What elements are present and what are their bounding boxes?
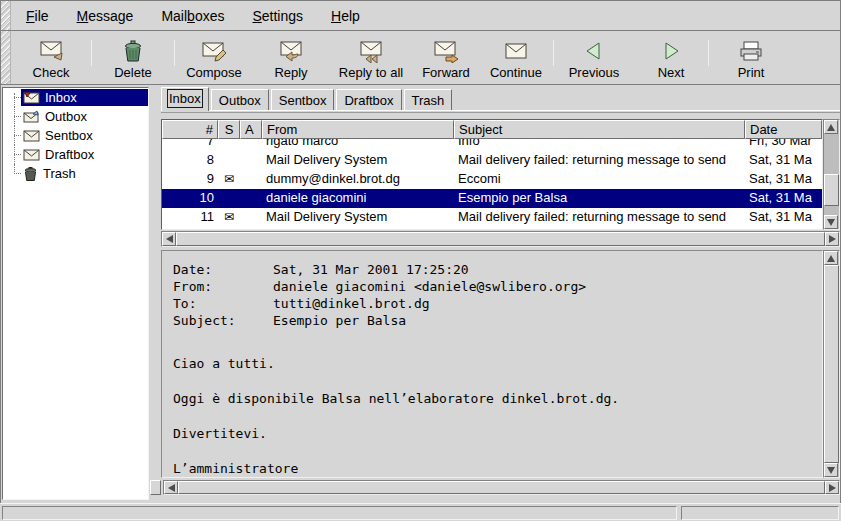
reply-all-button[interactable]: Reply to all — [329, 31, 413, 84]
menu-settings[interactable]: Settings — [239, 2, 316, 30]
scrollbar-thumb[interactable] — [824, 265, 839, 463]
message-preview-pane[interactable]: Date:Sat, 31 Mar 2001 17:25:20 From:dani… — [161, 250, 823, 478]
toolbar-drag-handle[interactable] — [1, 31, 11, 84]
previous-button[interactable]: Previous — [554, 31, 634, 84]
trash-icon — [23, 167, 38, 181]
tab-sentbox[interactable]: Sentbox — [271, 89, 335, 111]
message-list: # S A From Subject Date 7 rigato marco I… — [161, 119, 823, 230]
body-line: Oggi è disponibile Balsa nell’elaborator… — [173, 390, 814, 407]
toolbar: Check Delete Compose Reply Rep — [1, 31, 840, 85]
menubar-drag-handle[interactable] — [1, 1, 11, 30]
column-header-date[interactable]: Date — [745, 120, 822, 139]
sidebar-item-draftbox[interactable]: Draftbox — [3, 145, 148, 164]
sentbox-icon — [23, 129, 40, 142]
unread-envelope-icon: ✉ — [218, 170, 240, 189]
scrollbar-thumb[interactable] — [176, 232, 825, 246]
forward-icon — [433, 39, 460, 63]
print-button[interactable]: Print — [709, 31, 793, 84]
scroll-down-button[interactable] — [824, 215, 838, 229]
tree-branch — [8, 126, 21, 145]
preview-from-label: From: — [173, 278, 273, 295]
scrollbar-thumb[interactable] — [824, 174, 839, 206]
reply-icon — [278, 39, 305, 63]
reply-button[interactable]: Reply — [253, 31, 329, 84]
body-line: L’amministratore — [173, 460, 814, 477]
table-row-partial[interactable]: 7 rigato marco Info Fri, 30 Mar — [162, 139, 822, 151]
pane-splitter-handle[interactable] — [150, 480, 161, 495]
notebook-edge — [161, 110, 840, 113]
scroll-up-button[interactable] — [824, 251, 838, 265]
print-icon — [738, 39, 764, 63]
check-button[interactable]: Check — [11, 31, 91, 84]
delete-icon — [121, 39, 145, 63]
sidebar-item-inbox[interactable]: Inbox — [3, 88, 148, 107]
table-row[interactable]: 9 ✉ dummy@dinkel.brot.dg Eccomi Sat, 31 … — [162, 170, 822, 189]
tab-draftbox[interactable]: Draftbox — [336, 89, 401, 111]
compose-icon — [201, 39, 228, 63]
message-list-header: # S A From Subject Date — [162, 120, 822, 139]
column-header-from[interactable]: From — [262, 120, 454, 139]
status-bar-right — [681, 506, 839, 520]
check-mail-icon — [38, 39, 65, 63]
status-bar-left — [2, 506, 677, 520]
tab-outbox[interactable]: Outbox — [211, 89, 269, 111]
sidebar-item-trash[interactable]: Trash — [3, 164, 148, 183]
menu-help[interactable]: Help — [318, 2, 373, 30]
sidebar-item-outbox[interactable]: Outbox — [3, 107, 148, 126]
table-row[interactable]: 8 Mail Delivery System Mail delivery fai… — [162, 151, 822, 170]
continue-icon — [503, 39, 529, 63]
scroll-right-icon — [829, 235, 836, 243]
column-header-attachment[interactable]: A — [240, 120, 262, 139]
scroll-down-icon — [827, 467, 835, 474]
preview-to-value: tutti@dinkel.brot.dg — [273, 295, 430, 312]
continue-button[interactable]: Continue — [479, 31, 553, 84]
scroll-up-button[interactable] — [824, 120, 838, 134]
scrollbar-thumb[interactable] — [178, 481, 825, 494]
tree-branch — [8, 164, 21, 183]
mailbox-tree: Inbox Outbox Sentbox Draftbox Trash — [2, 87, 149, 500]
compose-button[interactable]: Compose — [175, 31, 253, 84]
menu-mailboxes[interactable]: Mailboxes — [148, 2, 237, 30]
preview-date-label: Date: — [173, 261, 273, 278]
next-icon — [659, 39, 683, 63]
scroll-right-button[interactable] — [825, 232, 839, 246]
column-header-subject[interactable]: Subject — [454, 120, 745, 139]
scroll-left-button[interactable] — [164, 481, 178, 494]
scroll-right-icon — [829, 484, 836, 492]
unread-envelope-icon: ✉ — [218, 208, 240, 227]
scroll-right-button[interactable] — [825, 481, 839, 494]
tree-branch — [8, 107, 21, 126]
column-header-status[interactable]: S — [218, 120, 240, 139]
scroll-up-icon — [827, 255, 835, 262]
delete-button[interactable]: Delete — [92, 31, 174, 84]
menu-file[interactable]: File — [13, 2, 62, 30]
forward-button[interactable]: Forward — [413, 31, 479, 84]
preview-to-label: To: — [173, 295, 273, 312]
inbox-icon — [23, 91, 40, 104]
draftbox-icon — [23, 148, 40, 161]
table-row-selected[interactable]: 10 daniele giacomini Esempio per Balsa S… — [162, 189, 822, 208]
tab-trash[interactable]: Trash — [404, 89, 453, 111]
message-body: Ciao a tutti. Oggi è disponibile Balsa n… — [173, 355, 814, 477]
scroll-down-icon — [827, 219, 835, 226]
outbox-icon — [23, 110, 40, 123]
preview-subject-label: Subject: — [173, 312, 273, 329]
tree-branch — [8, 145, 21, 164]
sidebar-item-sentbox[interactable]: Sentbox — [3, 126, 148, 145]
preview-vertical-scrollbar — [823, 250, 840, 478]
menu-message[interactable]: Message — [64, 2, 147, 30]
tab-inbox[interactable]: Inbox — [161, 87, 209, 111]
table-row[interactable]: 11 ✉ Mail Delivery System Mail delivery … — [162, 208, 822, 227]
mailbox-tabs: Inbox Outbox Sentbox Draftbox Trash — [161, 87, 454, 111]
column-header-number[interactable]: # — [162, 120, 218, 139]
scroll-left-button[interactable] — [162, 232, 176, 246]
preview-subject-value: Esempio per Balsa — [273, 312, 406, 329]
preview-from-value: daniele giacomini <daniele@swlibero.org> — [273, 278, 586, 295]
reply-all-icon — [358, 39, 385, 63]
message-list-vertical-scrollbar — [823, 119, 840, 230]
scroll-down-button[interactable] — [824, 463, 838, 477]
scroll-left-icon — [168, 484, 175, 492]
balsa-window: File Message Mailboxes Settings Help Che… — [0, 0, 841, 521]
next-button[interactable]: Next — [634, 31, 708, 84]
status-bar — [0, 503, 841, 521]
